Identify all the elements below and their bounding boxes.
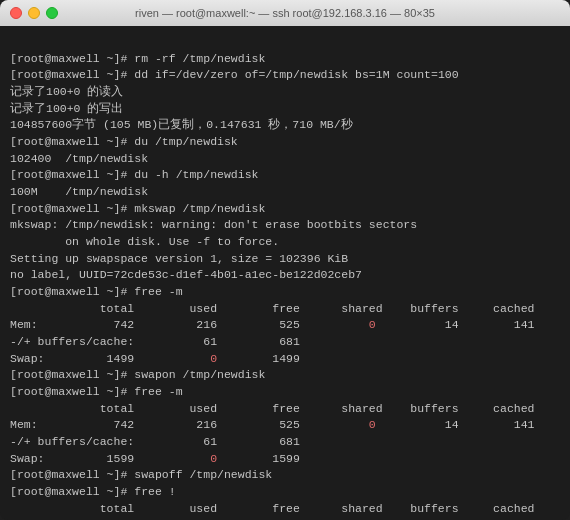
terminal-line: 100M /tmp/newdisk: [10, 184, 560, 201]
terminal-line: [root@maxwell ~]# du -h /tmp/newdisk: [10, 167, 560, 184]
mem-row: Mem: 742 216 525 0 14 141: [10, 317, 560, 334]
terminal-line: [root@maxwell ~]# free -m: [10, 384, 560, 401]
swap-row-2: Swap: 1599 0 1599: [10, 451, 560, 468]
terminal-window: riven — root@maxwell:~ — ssh root@192.16…: [0, 0, 570, 520]
terminal-line: mkswap: /tmp/newdisk: warning: don't era…: [10, 217, 560, 234]
free-header-2: total used free shared buffers cached: [10, 401, 560, 418]
blank-line: [10, 34, 560, 51]
terminal-line: [root@maxwell ~]# rm -rf /tmp/newdisk: [10, 51, 560, 68]
swap-row: Swap: 1499 0 1499: [10, 351, 560, 368]
terminal-line: [root@maxwell ~]# dd if=/dev/zero of=/tm…: [10, 67, 560, 84]
free-header-3: total used free shared buffers cached: [10, 501, 560, 518]
mem-row-2: Mem: 742 216 525 0 14 141: [10, 417, 560, 434]
terminal-line: [root@maxwell ~]# free !: [10, 484, 560, 501]
traffic-lights: [10, 7, 58, 19]
close-button[interactable]: [10, 7, 22, 19]
window-title: riven — root@maxwell:~ — ssh root@192.16…: [135, 7, 435, 19]
maximize-button[interactable]: [46, 7, 58, 19]
minimize-button[interactable]: [28, 7, 40, 19]
terminal-line: 记录了100+0 的写出: [10, 101, 560, 118]
terminal-line: on whole disk. Use -f to force.: [10, 234, 560, 251]
terminal-line: [root@maxwell ~]# swapoff /tmp/newdisk: [10, 467, 560, 484]
terminal-body[interactable]: [root@maxwell ~]# rm -rf /tmp/newdisk [r…: [0, 26, 570, 520]
terminal-line: Setting up swapspace version 1, size = 1…: [10, 251, 560, 268]
terminal-line: 104857600字节 (105 MB)已复制，0.147631 秒，710 M…: [10, 117, 560, 134]
terminal-line: [root@maxwell ~]# swapon /tmp/newdisk: [10, 367, 560, 384]
terminal-line: [root@maxwell ~]# free -m: [10, 284, 560, 301]
terminal-line: [root@maxwell ~]# du /tmp/newdisk: [10, 134, 560, 151]
terminal-line: [root@maxwell ~]# mkswap /tmp/newdisk: [10, 201, 560, 218]
free-header: total used free shared buffers cached: [10, 301, 560, 318]
terminal-line: 记录了100+0 的读入: [10, 84, 560, 101]
terminal-line: 102400 /tmp/newdisk: [10, 151, 560, 168]
terminal-line: no label, UUID=72cde53c-d1ef-4b01-a1ec-b…: [10, 267, 560, 284]
titlebar: riven — root@maxwell:~ — ssh root@192.16…: [0, 0, 570, 26]
buffer-cache-row-2: -/+ buffers/cache: 61 681: [10, 434, 560, 451]
buffer-cache-row: -/+ buffers/cache: 61 681: [10, 334, 560, 351]
